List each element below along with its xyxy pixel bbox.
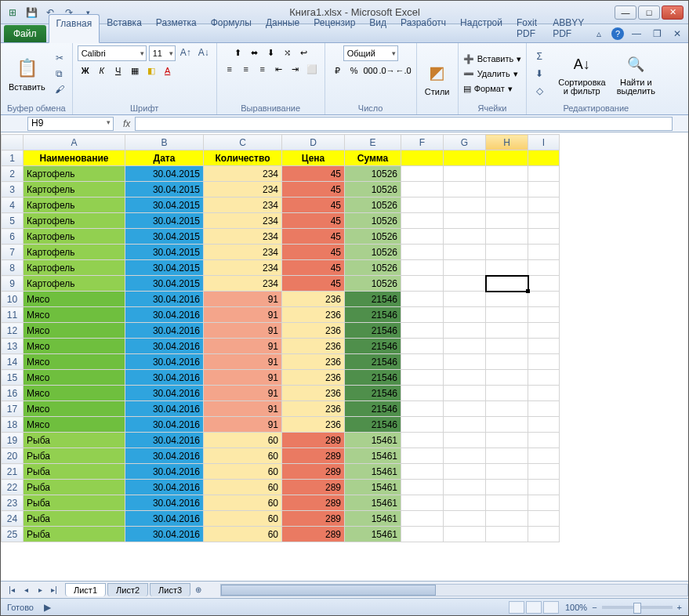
- cell[interactable]: Рыба: [24, 480, 125, 495]
- cell[interactable]: 21546: [345, 307, 401, 323]
- cell[interactable]: 60: [204, 495, 282, 511]
- row-header-21[interactable]: 21: [2, 464, 24, 480]
- cell[interactable]: 15461: [345, 511, 401, 527]
- cell[interactable]: 30.04.2016: [125, 448, 204, 464]
- cell[interactable]: 45: [282, 229, 345, 245]
- cell-I23[interactable]: [528, 495, 560, 511]
- indent-decrease-icon[interactable]: ⇤: [271, 62, 287, 76]
- cell[interactable]: 289: [282, 495, 345, 511]
- cell[interactable]: 10526: [345, 197, 401, 213]
- cell-I17[interactable]: [528, 401, 560, 417]
- tab-формулы[interactable]: Формулы: [204, 14, 259, 42]
- sheet-tab-Лист1[interactable]: Лист1: [65, 583, 106, 596]
- cell-I9[interactable]: [528, 276, 560, 292]
- format-cells-button[interactable]: ▤Формат ▾: [463, 83, 522, 95]
- cell[interactable]: 30.04.2016: [125, 354, 204, 370]
- cell[interactable]: Мясо: [24, 417, 125, 433]
- row-header-10[interactable]: 10: [2, 292, 24, 307]
- row-header-8[interactable]: 8: [2, 260, 24, 276]
- border-button[interactable]: ▦: [127, 63, 143, 78]
- cell-I24[interactable]: [528, 511, 560, 527]
- cell-F9[interactable]: [401, 276, 444, 292]
- cell[interactable]: 30.04.2016: [125, 339, 204, 354]
- cell[interactable]: Картофель: [24, 213, 125, 229]
- cell-H3[interactable]: [486, 182, 528, 197]
- row-header-13[interactable]: 13: [2, 339, 24, 354]
- increase-decimal-icon[interactable]: .0→: [379, 63, 395, 78]
- cell[interactable]: 289: [282, 448, 345, 464]
- row-header-6[interactable]: 6: [2, 229, 24, 245]
- col-header-F[interactable]: F: [401, 135, 444, 150]
- sheet-nav-last-icon[interactable]: ▸|: [48, 584, 60, 596]
- tab-разметка[interactable]: Разметка: [149, 14, 204, 42]
- fx-icon[interactable]: fx: [123, 118, 130, 129]
- cell[interactable]: 30.04.2016: [125, 495, 204, 511]
- cell-F25[interactable]: [401, 527, 444, 542]
- cell[interactable]: 15461: [345, 495, 401, 511]
- row-header-20[interactable]: 20: [2, 448, 24, 464]
- cell-I6[interactable]: [528, 229, 560, 245]
- cell-I22[interactable]: [528, 480, 560, 495]
- cell-F24[interactable]: [401, 511, 444, 527]
- cell-I19[interactable]: [528, 433, 560, 448]
- cell[interactable]: 21546: [345, 292, 401, 307]
- cell-F22[interactable]: [401, 480, 444, 495]
- align-bottom-icon[interactable]: ⬇: [263, 45, 278, 60]
- currency-icon[interactable]: ₽: [330, 63, 346, 78]
- help-icon[interactable]: ?: [611, 27, 624, 40]
- cell-G8[interactable]: [444, 260, 486, 276]
- cell-F8[interactable]: [401, 260, 444, 276]
- sheet-nav-first-icon[interactable]: |◂: [5, 584, 18, 596]
- cell-G22[interactable]: [444, 480, 486, 495]
- zoom-in-button[interactable]: +: [677, 603, 682, 612]
- cell-F10[interactable]: [401, 292, 444, 307]
- styles-button[interactable]: ◩ Стили: [422, 59, 453, 98]
- cell[interactable]: 30.04.2016: [125, 511, 204, 527]
- worksheet-grid[interactable]: ABCDEFGHI1НаименованиеДатаКоличествоЦена…: [1, 134, 688, 581]
- cell-H23[interactable]: [486, 495, 528, 511]
- cell[interactable]: 60: [204, 480, 282, 495]
- cell-H25[interactable]: [486, 527, 528, 542]
- cell-F19[interactable]: [401, 433, 444, 448]
- cell-H12[interactable]: [486, 323, 528, 339]
- tab-главная[interactable]: Главная: [49, 14, 100, 43]
- row-header-2[interactable]: 2: [2, 166, 24, 182]
- tab-рецензир[interactable]: Рецензир: [306, 14, 362, 42]
- cell-G2[interactable]: [444, 166, 486, 182]
- cell[interactable]: Мясо: [24, 370, 125, 386]
- font-size-combo[interactable]: 11: [149, 45, 176, 61]
- cell-H8[interactable]: [486, 260, 528, 276]
- cell[interactable]: 21546: [345, 401, 401, 417]
- cell[interactable]: 30.04.2016: [125, 370, 204, 386]
- cell[interactable]: Мясо: [24, 401, 125, 417]
- cell[interactable]: 45: [282, 197, 345, 213]
- excel-icon[interactable]: ⊞: [5, 5, 20, 20]
- zoom-out-button[interactable]: −: [592, 603, 597, 612]
- col-header-A[interactable]: A: [24, 135, 125, 150]
- cell-H15[interactable]: [486, 370, 528, 386]
- view-pagebreak-button[interactable]: [543, 601, 559, 614]
- align-left-icon[interactable]: ≡: [222, 62, 238, 76]
- tab-abbyy pdf[interactable]: ABBYY PDF: [546, 14, 591, 42]
- cell[interactable]: 45: [282, 166, 345, 182]
- cell-F21[interactable]: [401, 464, 444, 480]
- cell[interactable]: 10526: [345, 260, 401, 276]
- doc-minimize-icon[interactable]: —: [629, 27, 644, 41]
- cell[interactable]: 60: [204, 527, 282, 542]
- sheet-tab-Лист3[interactable]: Лист3: [150, 583, 190, 596]
- autosum-icon[interactable]: Σ: [531, 49, 547, 63]
- cell[interactable]: 236: [282, 401, 345, 417]
- cell-H18[interactable]: [486, 417, 528, 433]
- align-center-icon[interactable]: ≡: [238, 62, 254, 76]
- cell-H17[interactable]: [486, 401, 528, 417]
- cell[interactable]: 60: [204, 448, 282, 464]
- view-layout-button[interactable]: [526, 601, 542, 614]
- cell[interactable]: 91: [204, 292, 282, 307]
- cell-F23[interactable]: [401, 495, 444, 511]
- cell[interactable]: 30.04.2016: [125, 401, 204, 417]
- cell[interactable]: 30.04.2015: [125, 213, 204, 229]
- paste-button[interactable]: 📋 Вставить: [5, 54, 49, 93]
- cell[interactable]: Мясо: [24, 307, 125, 323]
- cell-I25[interactable]: [528, 527, 560, 542]
- cell[interactable]: 30.04.2015: [125, 229, 204, 245]
